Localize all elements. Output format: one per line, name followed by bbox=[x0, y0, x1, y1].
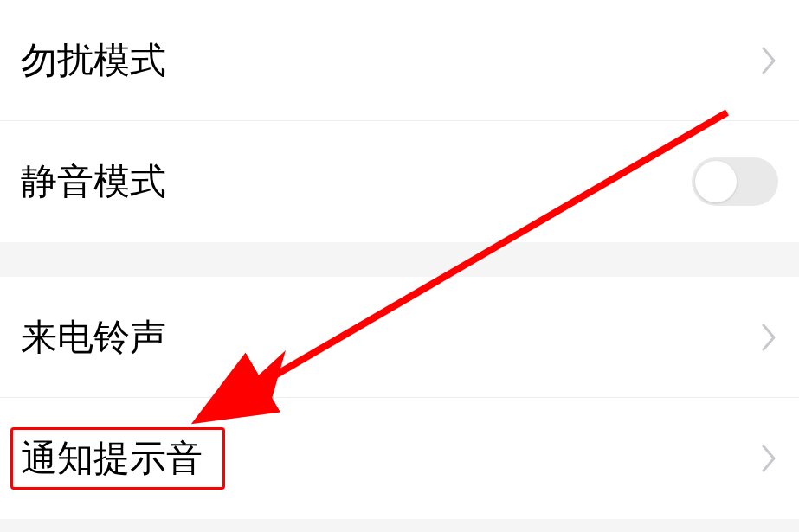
row-label: 通知提示音 bbox=[21, 434, 203, 483]
section-gap bbox=[0, 242, 799, 277]
row-silent-mode[interactable]: 静音模式 bbox=[0, 121, 799, 242]
row-label: 静音模式 bbox=[21, 157, 166, 206]
row-do-not-disturb[interactable]: 勿扰模式 bbox=[0, 0, 799, 121]
chevron-right-icon bbox=[761, 322, 778, 353]
row-ringtone[interactable]: 来电铃声 bbox=[0, 277, 799, 398]
row-label: 勿扰模式 bbox=[21, 36, 166, 85]
settings-list: 勿扰模式 静音模式 来电铃声 通知提示音 bbox=[0, 0, 799, 519]
toggle-knob bbox=[695, 161, 737, 202]
row-notification-sound[interactable]: 通知提示音 bbox=[0, 398, 799, 519]
row-label: 来电铃声 bbox=[21, 313, 166, 362]
silent-mode-toggle[interactable] bbox=[692, 157, 778, 206]
chevron-right-icon bbox=[761, 45, 778, 76]
chevron-right-icon bbox=[761, 443, 778, 474]
